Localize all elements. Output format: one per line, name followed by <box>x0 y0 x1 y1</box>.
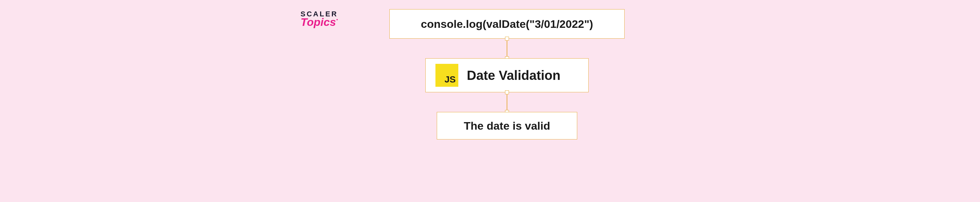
js-icon: JS <box>436 64 458 87</box>
process-label: Date Validation <box>467 68 560 83</box>
logo-dot-icon <box>336 19 338 20</box>
connector-line <box>507 38 508 58</box>
code-input-box: console.log(valDate("3/01/2022") <box>390 9 625 38</box>
js-badge-text: JS <box>445 74 456 85</box>
connector-line <box>507 92 508 112</box>
process-box: JS Date Validation <box>425 58 589 92</box>
logo-text-topics: Topics <box>301 16 336 29</box>
date-validation-diagram: console.log(valDate("3/01/2022") JS Date… <box>390 9 625 139</box>
scaler-topics-logo: SCALER Topics <box>301 10 338 29</box>
output-text: The date is valid <box>464 120 550 132</box>
code-input-text: console.log(valDate("3/01/2022") <box>421 18 593 30</box>
output-box: The date is valid <box>437 112 577 139</box>
